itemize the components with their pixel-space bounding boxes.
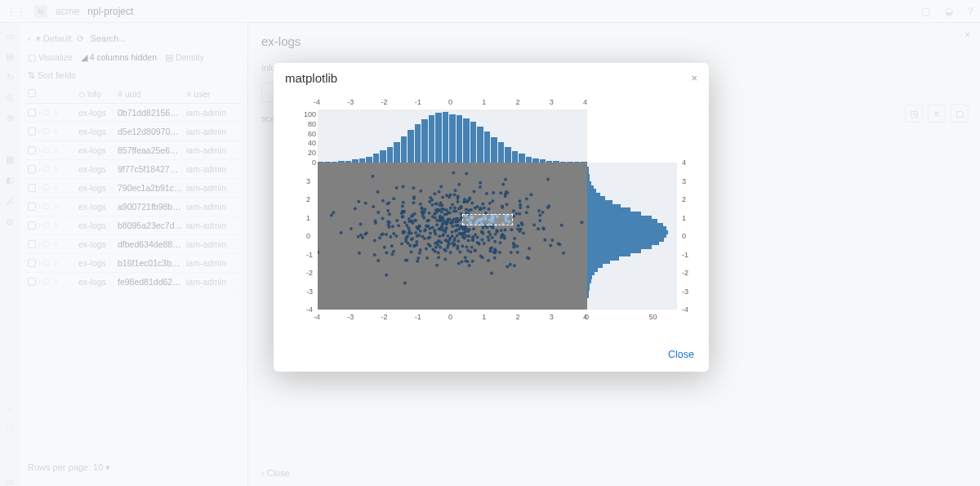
row-open-icon[interactable]: ☐ [43, 165, 50, 173]
row-open-icon[interactable]: ☐ [43, 109, 50, 117]
row-open-icon[interactable]: ☐ [43, 221, 50, 230]
svg-point-492 [452, 210, 456, 213]
rows-per-page[interactable]: Rows per page: 10 [28, 462, 103, 472]
detail-action-2-icon[interactable]: ≡ [928, 105, 946, 123]
row-checkbox[interactable] [28, 240, 36, 248]
row-expand-icon[interactable]: › [38, 146, 41, 154]
row-star-icon[interactable]: ☆ [52, 259, 59, 267]
detail-close-button[interactable]: ‹ Close [261, 468, 290, 478]
workspace-name[interactable]: acme [56, 6, 79, 17]
row-expand-icon[interactable]: › [38, 203, 41, 211]
row-expand-icon[interactable]: › [38, 259, 41, 267]
rail-bottom-2-icon[interactable]: ◌ [6, 423, 14, 434]
svg-point-266 [427, 219, 430, 222]
row-checkbox[interactable] [28, 184, 36, 192]
rail-item-2-icon[interactable]: ▤ [6, 51, 14, 62]
row-star-icon[interactable]: ☆ [52, 221, 59, 230]
modal-close-x[interactable]: × [691, 72, 697, 84]
search-input[interactable] [89, 33, 239, 44]
table-row[interactable]: ›☐☆ex-logs9f77c5f18427…iam-admin [26, 160, 241, 179]
svg-point-484 [444, 221, 448, 224]
row-star-icon[interactable]: ☆ [52, 127, 59, 136]
row-open-icon[interactable]: ☐ [43, 240, 50, 248]
view-menu[interactable]: ▾ Default [36, 33, 72, 44]
detail-action-1-icon[interactable]: ◳ [905, 105, 923, 123]
modal-close-button[interactable]: Close [668, 349, 694, 360]
row-checkbox[interactable] [28, 165, 36, 173]
col-user[interactable]: ≡ user [186, 89, 235, 99]
table-row[interactable]: ›☐☆ex-logsa900721fb98b…iam-admin [26, 198, 241, 216]
row-star-icon[interactable]: ☆ [52, 184, 59, 192]
detail-close-x[interactable]: × [964, 29, 970, 41]
svg-point-354 [521, 223, 524, 226]
rail-item-6-icon[interactable]: ▦ [6, 154, 14, 165]
rail-item-1-icon[interactable]: ▭ [6, 31, 14, 42]
scatter-plot[interactable] [318, 163, 587, 310]
row-checkbox[interactable] [28, 221, 36, 230]
hidden-columns[interactable]: ◢ 4 columns hidden [81, 52, 157, 62]
row-uuid: 790ec1a2b91c… [118, 183, 183, 193]
rail-item-8-icon[interactable]: 〆 [6, 195, 15, 207]
row-checkbox[interactable] [28, 109, 36, 117]
rail-item-7-icon[interactable]: ◧ [6, 175, 14, 185]
row-open-icon[interactable]: ☐ [43, 203, 50, 211]
row-checkbox[interactable] [28, 259, 36, 267]
row-star-icon[interactable]: ☆ [52, 109, 59, 117]
row-expand-icon[interactable]: › [38, 184, 41, 192]
row-open-icon[interactable]: ☐ [43, 184, 50, 192]
table-row[interactable]: ›☐☆ex-logsd5e12d80970d…iam-admin [26, 123, 241, 141]
row-open-icon[interactable]: ☐ [43, 146, 50, 154]
svg-point-445 [467, 209, 470, 212]
select-all-checkbox[interactable] [28, 89, 36, 97]
svg-point-423 [458, 250, 461, 253]
rail-item-5-icon[interactable]: ⊕ [7, 113, 14, 123]
collapse-icon[interactable]: ‹ [28, 33, 31, 43]
row-star-icon[interactable]: ☆ [52, 240, 59, 248]
svg-point-309 [465, 234, 468, 238]
row-expand-icon[interactable]: › [38, 165, 41, 173]
col-info[interactable]: ◇ info [78, 89, 114, 99]
table-row[interactable]: ›☐☆ex-logs0b71dd821569…iam-admin [26, 104, 241, 123]
table-row[interactable]: ›☐☆ex-logsb8095a23ec7d…iam-admin [26, 216, 241, 235]
row-expand-icon[interactable]: › [38, 278, 41, 286]
drag-handle-icon[interactable]: ⋮⋮ [7, 6, 26, 17]
sort-button[interactable]: ⇅ Sort fields [28, 70, 76, 80]
row-expand-icon[interactable]: › [38, 240, 41, 248]
visualize-button[interactable]: ▢ Visualize [28, 52, 73, 62]
row-checkbox[interactable] [28, 146, 36, 154]
table-row[interactable]: ›☐☆ex-logsb16f1ec01c3b…iam-admin [26, 254, 241, 273]
detail-action-3-icon[interactable]: ▢ [951, 105, 969, 123]
row-open-icon[interactable]: ☐ [43, 278, 50, 286]
table-row[interactable]: ›☐☆ex-logs857ffeaa25e64…iam-admin [26, 141, 241, 160]
refresh-icon[interactable]: ⟳ [77, 33, 84, 44]
svg-point-272 [557, 242, 560, 245]
rail-bottom-1-icon[interactable]: › [8, 404, 11, 413]
row-checkbox[interactable] [28, 278, 36, 286]
row-checkbox[interactable] [28, 203, 36, 211]
density-button[interactable]: ▤ Density [165, 52, 204, 62]
row-star-icon[interactable]: ☆ [52, 278, 59, 286]
row-star-icon[interactable]: ☆ [52, 165, 59, 173]
row-expand-icon[interactable]: › [38, 221, 41, 230]
brush-selection[interactable] [462, 214, 513, 225]
new-window-icon[interactable]: ▢ [921, 6, 930, 17]
row-star-icon[interactable]: ☆ [52, 146, 59, 154]
rail-item-3-icon[interactable]: ↻ [7, 72, 14, 82]
project-name[interactable]: npl-project [87, 6, 133, 17]
row-star-icon[interactable]: ☆ [52, 203, 59, 211]
row-expand-icon[interactable]: › [38, 109, 41, 117]
table-row[interactable]: ›☐☆ex-logsfe98ed81dd62…iam-admin [26, 273, 241, 292]
row-expand-icon[interactable]: › [38, 127, 41, 136]
avatar[interactable]: ◒ [945, 6, 953, 17]
help-icon[interactable]: ? [968, 6, 973, 17]
row-open-icon[interactable]: ☐ [43, 259, 50, 267]
rail-item-4-icon[interactable]: ◎ [6, 92, 14, 103]
rail-item-9-icon[interactable]: ⚙ [6, 217, 14, 228]
row-open-icon[interactable]: ☐ [43, 127, 50, 136]
table-row[interactable]: ›☐☆ex-logsdfbed634de88…iam-admin [26, 235, 241, 254]
workspace-badge[interactable]: N [34, 5, 47, 18]
col-uuid[interactable]: # uuid [118, 89, 183, 99]
row-checkbox[interactable] [28, 127, 36, 136]
row-uuid: fe98ed81dd62… [118, 277, 183, 287]
table-row[interactable]: ›☐☆ex-logs790ec1a2b91c…iam-admin [26, 179, 241, 198]
